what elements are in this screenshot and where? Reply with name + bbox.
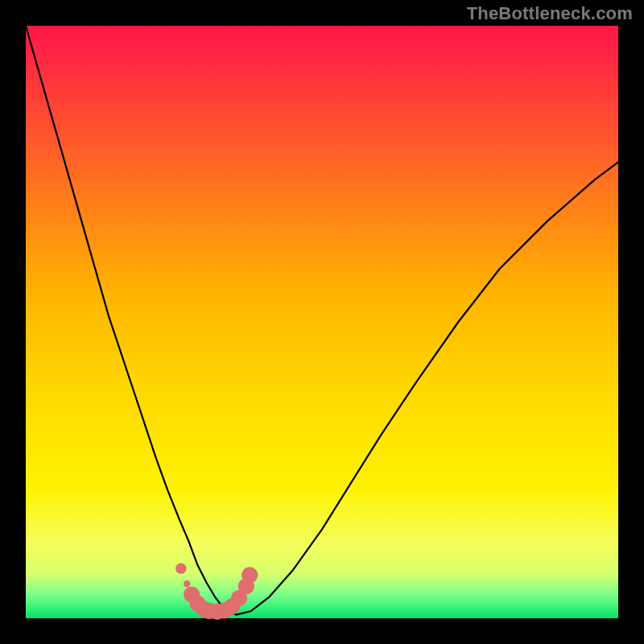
chart-frame: { "watermark": "TheBottleneck.com", "cha… (0, 0, 644, 644)
highlight-dot (175, 564, 186, 574)
highlight-dot (184, 580, 190, 587)
watermark-text: TheBottleneck.com (467, 3, 633, 24)
highlight-dot (242, 567, 258, 583)
chart-svg (0, 0, 644, 644)
